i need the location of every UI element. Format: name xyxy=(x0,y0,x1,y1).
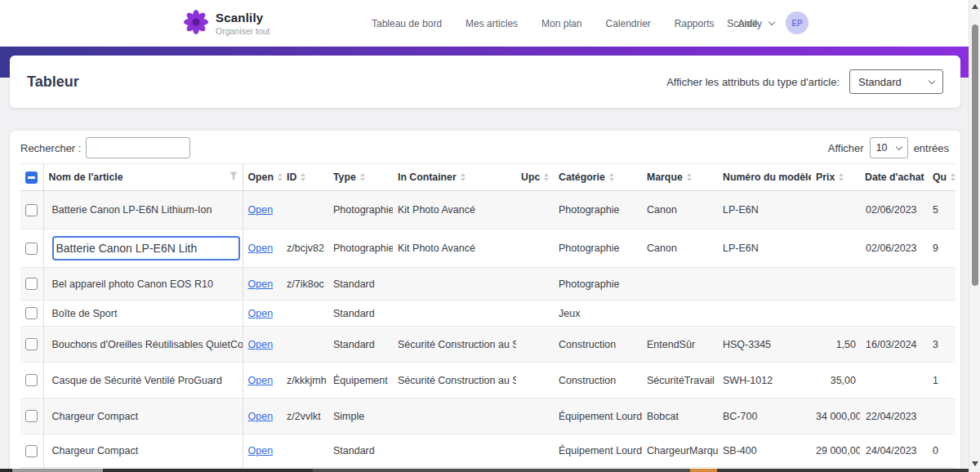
cell-in_container[interactable]: Kit Photo Avancé xyxy=(393,229,516,268)
cell-upc[interactable] xyxy=(516,363,554,399)
cell-qu[interactable]: 9 xyxy=(928,229,956,268)
cell-numero[interactable]: SB-400 xyxy=(718,434,811,468)
cell-numero[interactable]: HSQ-3345 xyxy=(718,327,811,363)
cell-id[interactable]: z/2vvlkt xyxy=(282,399,328,434)
cell-date[interactable] xyxy=(860,268,928,301)
cell-id[interactable]: z/7ik8oc xyxy=(282,268,328,301)
cell-type[interactable]: Photographie xyxy=(328,229,393,268)
cell-id[interactable] xyxy=(282,434,328,468)
cell-id[interactable]: z/bcjv82 xyxy=(282,229,328,268)
cell-type[interactable]: Standard xyxy=(328,327,393,363)
cell-prix[interactable]: 29 000,00 xyxy=(811,434,860,468)
cell-in_container[interactable]: Kit Photo Avancé xyxy=(393,191,516,229)
cell-date[interactable]: 02/06/2023 xyxy=(860,191,928,229)
row-checkbox[interactable] xyxy=(25,307,38,319)
nav-mon-plan[interactable]: Mon plan xyxy=(541,18,581,29)
cell-in_container[interactable] xyxy=(393,434,516,468)
col-header-upc[interactable]: Upc xyxy=(516,164,554,191)
cell-upc[interactable] xyxy=(516,268,554,301)
cell-marque[interactable] xyxy=(642,268,718,301)
cell-name[interactable]: Batterie Canon LP-E6N Lithium-Ion xyxy=(43,191,243,229)
sort-icon[interactable] xyxy=(301,173,305,181)
cell-prix[interactable] xyxy=(811,229,860,268)
cell-in_container[interactable]: Sécurité Construction au Siège xyxy=(393,363,516,399)
cell-marque[interactable]: ChargeurMarque xyxy=(642,434,718,468)
col-header-date[interactable]: Date d'achat xyxy=(860,164,928,191)
cell-select[interactable] xyxy=(20,301,43,327)
open-link[interactable]: Open xyxy=(248,411,274,422)
open-link[interactable]: Open xyxy=(248,243,274,254)
cell-select[interactable] xyxy=(20,399,43,434)
cell-type[interactable]: Standard xyxy=(328,434,393,468)
cell-qu[interactable]: 0 xyxy=(928,434,956,468)
row-checkbox[interactable] xyxy=(25,410,38,422)
row-checkbox[interactable] xyxy=(25,243,38,255)
cell-date[interactable] xyxy=(860,363,928,399)
cell-qu[interactable]: 3 xyxy=(928,327,956,363)
cell-open[interactable]: Open xyxy=(243,363,282,399)
sort-icon[interactable] xyxy=(609,173,614,181)
cell-name[interactable]: Chargeur Compact xyxy=(43,399,243,434)
account-menu[interactable]: Scanlily xyxy=(727,0,774,47)
cell-type[interactable]: Standard xyxy=(328,301,393,327)
cell-id[interactable] xyxy=(282,191,328,229)
cell-date[interactable]: 24/04/2023 xyxy=(860,434,928,468)
cell-numero[interactable]: LP-E6N xyxy=(718,229,811,268)
cell-id[interactable] xyxy=(282,301,328,327)
nav-rapports[interactable]: Rapports xyxy=(675,18,715,29)
cell-date[interactable]: 22/04/2023 xyxy=(860,399,928,434)
cell-marque[interactable]: EntendSûr xyxy=(642,327,718,363)
brand[interactable]: Scanlily Organiser tout xyxy=(184,0,270,47)
cell-marque[interactable]: Bobcat xyxy=(642,399,718,434)
cell-qu[interactable]: 5 xyxy=(928,191,956,229)
nav-mes-articles[interactable]: Mes articles xyxy=(466,18,518,29)
cell-qu[interactable] xyxy=(928,301,956,327)
cell-select[interactable] xyxy=(20,229,43,268)
cell-in_container[interactable] xyxy=(393,301,516,327)
open-link[interactable]: Open xyxy=(248,278,274,290)
col-header-select[interactable] xyxy=(20,164,43,191)
cell-marque[interactable]: Canon xyxy=(642,191,718,229)
cell-date[interactable]: 02/06/2023 xyxy=(860,229,928,268)
cell-name[interactable]: Bouchons d'Oreilles Réutilisables QuietC… xyxy=(43,327,243,363)
cell-numero[interactable]: BC-700 xyxy=(718,399,811,434)
cell-date[interactable]: 16/03/2024 xyxy=(860,327,928,363)
sort-icon[interactable] xyxy=(461,173,466,181)
cell-name[interactable]: Batterie Canon LP-E6N Lith xyxy=(43,229,243,268)
cell-id[interactable] xyxy=(282,327,328,363)
row-checkbox[interactable] xyxy=(25,374,38,386)
cell-categorie[interactable]: Construction xyxy=(554,327,642,363)
cell-open[interactable]: Open xyxy=(243,327,282,363)
scroll-up-arrow-icon[interactable] xyxy=(972,4,978,9)
col-header-categorie[interactable]: Catégorie xyxy=(554,164,642,191)
cell-numero[interactable] xyxy=(718,268,811,301)
row-checkbox[interactable] xyxy=(25,204,38,216)
cell-categorie[interactable]: Photographie xyxy=(554,191,642,229)
cell-open[interactable]: Open xyxy=(243,229,282,268)
cell-categorie[interactable]: Photographie xyxy=(554,268,642,301)
cell-select[interactable] xyxy=(20,363,43,399)
sort-icon[interactable] xyxy=(544,173,549,181)
cell-select[interactable] xyxy=(20,191,43,229)
col-header-numero[interactable]: Numéro du modèle xyxy=(718,164,811,191)
col-header-qu[interactable]: Qu xyxy=(928,164,956,191)
search-input[interactable] xyxy=(86,137,190,158)
filter-icon[interactable] xyxy=(229,171,238,184)
avatar[interactable]: EP xyxy=(786,11,808,34)
cell-in_container[interactable] xyxy=(393,399,516,434)
col-header-in_container[interactable]: In Container xyxy=(393,164,516,191)
page-length-select[interactable]: 10 xyxy=(870,137,908,158)
cell-type[interactable]: Équipement xyxy=(328,363,393,399)
nav-tableau-de-bord[interactable]: Tableau de bord xyxy=(372,18,442,29)
attribute-type-select[interactable]: Standard xyxy=(849,69,943,94)
cell-prix[interactable] xyxy=(811,301,860,327)
cell-categorie[interactable]: Équipement Lourd xyxy=(554,399,642,434)
col-header-open[interactable]: Open xyxy=(243,164,282,191)
sort-icon[interactable] xyxy=(278,173,282,181)
cell-open[interactable]: Open xyxy=(243,268,282,301)
open-link[interactable]: Open xyxy=(248,375,274,386)
open-link[interactable]: Open xyxy=(248,445,274,456)
sort-icon[interactable] xyxy=(687,173,692,181)
cell-name[interactable]: Casque de Sécurité Ventilé ProGuard xyxy=(43,363,243,399)
cell-open[interactable]: Open xyxy=(243,301,282,327)
